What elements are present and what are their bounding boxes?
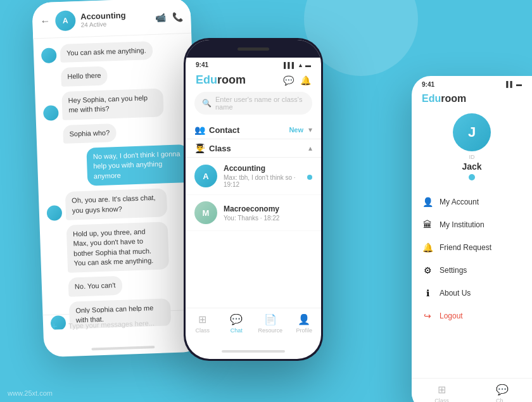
profile-avatar: J: [453, 113, 491, 151]
nav-chat[interactable]: 💬 Chat: [220, 313, 254, 334]
logo-room: room: [217, 73, 246, 86]
status-bar: 9:41 ▌▌▌ ▲ ▬: [186, 58, 321, 70]
menu-item-my-account[interactable]: 👤 My Account: [412, 191, 532, 213]
right-class-label: Class: [434, 398, 449, 402]
chat-item-avatar: A: [194, 165, 217, 187]
chat-list: A Accounting Max: tbh, I don't think so …: [186, 158, 321, 308]
right-signal-icon: ▌▌: [506, 81, 514, 88]
profile-menu: 👤 My Account 🏛 My Institution 🔔 Friend R…: [412, 188, 532, 330]
signal-icon: ▌▌▌: [284, 62, 296, 68]
right-app-logo: Eduroom: [422, 93, 466, 104]
message-row-sent: No way, I don't think I gonna help you w…: [44, 144, 189, 187]
menu-item-my-institution[interactable]: 🏛 My Institution: [412, 213, 532, 236]
msg-avatar: [43, 105, 59, 121]
menu-item-about-us[interactable]: ℹ About Us: [412, 282, 532, 305]
msg-avatar: [41, 48, 57, 64]
search-icon: 🔍: [202, 99, 212, 108]
contact-title: Contact: [209, 125, 239, 135]
class-nav-label: Class: [195, 327, 210, 334]
logout-label: Logout: [440, 311, 463, 320]
msg-bubble: Sophia who?: [63, 123, 117, 144]
message-row: Sophia who?: [44, 121, 187, 144]
home-indicator-mid: [186, 344, 321, 359]
chat-item-preview: Max: tbh, I don't think so · 19:12: [224, 174, 301, 188]
msg-bubble: You can ask me anything.: [60, 41, 153, 63]
right-logo-room: room: [441, 93, 466, 104]
class-nav-icon: ⊞: [198, 313, 206, 325]
profile-nav-icon: 👤: [298, 313, 310, 325]
message-row: You can ask me anything.: [41, 40, 185, 63]
chat-item-accounting[interactable]: A Accounting Max: tbh, I don't think so …: [186, 158, 321, 195]
new-badge[interactable]: New: [289, 126, 303, 134]
back-button[interactable]: ←: [40, 16, 51, 28]
chat-avatar: A: [55, 10, 76, 31]
right-phone: 9:41 ▌▌ ▬ Eduroom J ID Jack 👤 My Account…: [412, 76, 532, 402]
bottom-nav: ⊞ Class 💬 Chat 📄 Resource 👤 Profile: [186, 308, 321, 344]
right-battery-icon: ▬: [516, 81, 522, 88]
my-account-label: My Account: [440, 198, 479, 206]
chat-messages: You can ask me anything. Hello there Hey…: [33, 34, 201, 330]
friend-request-icon: 🔔: [422, 242, 433, 253]
right-nav-chat[interactable]: 💬 Ch...: [472, 384, 532, 402]
voice-call-icon[interactable]: 📞: [172, 11, 184, 22]
right-chat-label: Ch...: [496, 398, 508, 402]
message-row: Hold up, you three, and Max, you don't h…: [48, 221, 192, 273]
nav-class[interactable]: ⊞ Class: [186, 313, 220, 334]
contact-icon: 👥: [194, 125, 205, 135]
right-bottom-nav: ⊞ Class 💬 Ch...: [412, 378, 532, 402]
profile-section: J ID Jack: [412, 111, 532, 188]
unread-indicator: [307, 175, 312, 180]
chevron-up-icon[interactable]: ▴: [308, 144, 312, 153]
notch-speaker: [238, 47, 269, 51]
chat-item-name: Accounting: [224, 164, 301, 173]
chevron-down-icon[interactable]: ▾: [308, 125, 312, 134]
right-logo-bar: Eduroom: [412, 91, 532, 111]
message-row: Hello there: [42, 64, 186, 87]
chat-item-macro[interactable]: M Macroeconomy You: Thanks · 18:22: [186, 195, 321, 231]
right-nav-class[interactable]: ⊞ Class: [412, 384, 472, 402]
search-bar[interactable]: 🔍 Enter user's name or class's name: [194, 92, 312, 115]
add-attachment-button[interactable]: +: [51, 320, 64, 333]
message-input-placeholder[interactable]: Type your messages here...: [68, 318, 181, 330]
app-header: Eduroom 💬 🔔: [186, 70, 321, 92]
chat-bubble-icon[interactable]: 💬: [283, 75, 294, 85]
battery-icon: ▬: [305, 62, 311, 68]
wifi-icon: ▲: [298, 62, 303, 68]
msg-bubble: Hello there: [61, 66, 108, 87]
msg-bubble: Hey Sophia, can you help me with this?: [61, 88, 163, 120]
menu-item-friend-request[interactable]: 🔔 Friend Request: [412, 236, 532, 259]
resource-nav-label: Resource: [258, 327, 282, 334]
class-icon: 👨‍🎓: [194, 143, 205, 153]
msg-avatar: [46, 205, 62, 221]
class-title: Class: [209, 144, 231, 153]
menu-item-settings[interactable]: ⚙ Settings: [412, 259, 532, 282]
bell-icon[interactable]: 🔔: [300, 75, 311, 85]
watermark: www.25xt.com: [8, 389, 53, 397]
contact-section-header: 👥 Contact New ▾: [186, 121, 321, 139]
msg-bubble-sent: No way, I don't think I gonna help you w…: [86, 144, 189, 186]
chat-item-preview: You: Thanks · 18:22: [224, 215, 312, 222]
msg-bubble: No. You can't: [68, 276, 122, 296]
right-status-time: 9:41: [422, 81, 434, 88]
settings-label: Settings: [440, 266, 467, 275]
message-row: Hey Sophia, can you help me with this?: [42, 87, 186, 121]
middle-phone: 9:41 ▌▌▌ ▲ ▬ Eduroom 💬 🔔 🔍 Enter user's …: [184, 38, 323, 361]
chat-header: ← A Accounting 24 Active 📹 📞: [32, 0, 191, 39]
nav-profile[interactable]: 👤 Profile: [288, 313, 322, 334]
msg-bubble: Hold up, you three, and Max, you don't h…: [66, 222, 170, 273]
menu-item-logout[interactable]: ↪ Logout: [412, 305, 532, 327]
profile-nav-label: Profile: [296, 327, 312, 334]
settings-icon: ⚙: [422, 265, 433, 275]
msg-bubble: Oh, you are. It's class chat, you guys k…: [65, 188, 167, 220]
right-chat-icon: 💬: [496, 384, 509, 396]
video-call-icon[interactable]: 📹: [155, 12, 167, 23]
message-row: No. You can't: [49, 273, 193, 297]
status-time: 9:41: [196, 61, 208, 68]
chat-nav-icon: 💬: [230, 313, 243, 325]
chat-item-name: Macroeconomy: [224, 204, 312, 213]
logo-edu: Edu: [196, 73, 217, 86]
my-institution-label: My Institution: [440, 220, 484, 229]
nav-resource[interactable]: 📄 Resource: [253, 313, 288, 334]
search-placeholder[interactable]: Enter user's name or class's name: [215, 96, 305, 111]
my-account-icon: 👤: [422, 197, 433, 207]
